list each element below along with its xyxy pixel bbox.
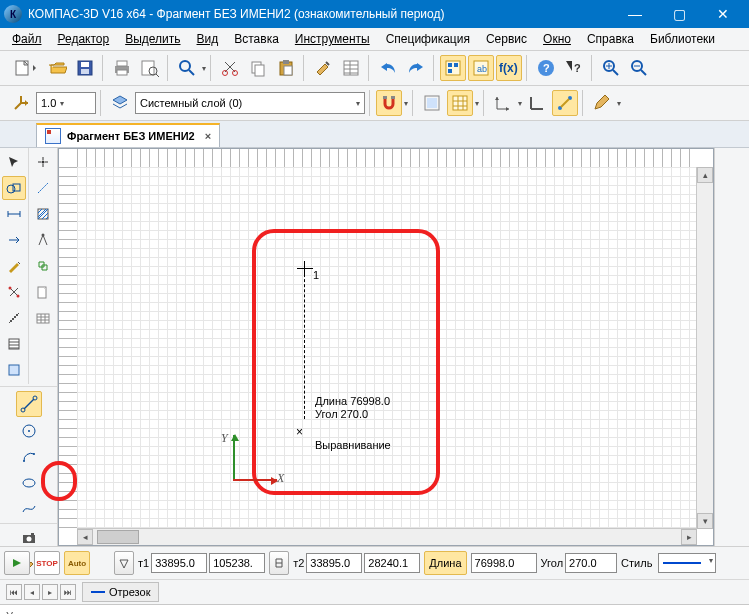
- length-input[interactable]: [471, 553, 537, 573]
- table-tool-icon[interactable]: [31, 306, 55, 330]
- save-button[interactable]: [72, 55, 98, 81]
- sheet-tool-icon[interactable]: [31, 280, 55, 304]
- zoom-in-button[interactable]: [598, 55, 624, 81]
- optab-prev-icon[interactable]: ◂: [24, 584, 40, 600]
- line-under-construction: 1: [304, 269, 305, 419]
- angle-input[interactable]: [565, 553, 617, 573]
- layer-combo[interactable]: Системный слой (0)▾: [135, 92, 365, 114]
- line-segment-tool-icon[interactable]: [16, 391, 42, 417]
- dimensions-panel-icon[interactable]: [2, 202, 26, 226]
- stop-button[interactable]: STOP: [34, 551, 60, 575]
- aux-line-tool-icon[interactable]: [31, 176, 55, 200]
- tab-close-icon[interactable]: ×: [205, 130, 211, 142]
- compass-tool-icon[interactable]: [31, 228, 55, 252]
- spec-panel-icon[interactable]: [2, 332, 26, 356]
- annotations-panel-icon[interactable]: [2, 228, 26, 252]
- window-close-button[interactable]: ✕: [701, 0, 745, 28]
- grid-toggle-button[interactable]: [447, 90, 473, 116]
- undo-button[interactable]: [375, 55, 401, 81]
- library-manager-button[interactable]: [440, 55, 466, 81]
- new-doc-button[interactable]: [8, 55, 42, 81]
- menu-spec[interactable]: Спецификация: [378, 30, 478, 48]
- scroll-left-icon[interactable]: ◂: [77, 529, 93, 545]
- variables-button[interactable]: ab: [468, 55, 494, 81]
- optab-first-icon[interactable]: ⏮: [6, 584, 22, 600]
- cut-button[interactable]: [217, 55, 243, 81]
- document-tab[interactable]: Фрагмент БЕЗ ИМЕНИ2 ×: [36, 123, 220, 147]
- menu-edit[interactable]: Редактор: [50, 30, 118, 48]
- length-label-button[interactable]: Длина: [424, 551, 466, 575]
- open-button[interactable]: [44, 55, 70, 81]
- report-panel-icon[interactable]: [2, 358, 26, 382]
- camera-icon[interactable]: [17, 526, 41, 550]
- t2-x-input[interactable]: [306, 553, 362, 573]
- menubar: Файл Редактор Выделить Вид Вставка Инстр…: [0, 28, 749, 51]
- menu-libraries[interactable]: Библиотеки: [642, 30, 723, 48]
- point-1-label: 1: [313, 269, 319, 281]
- spline-tool-icon[interactable]: [17, 497, 41, 521]
- snap-near-button[interactable]: [552, 90, 578, 116]
- snap-toggle-button[interactable]: [376, 90, 402, 116]
- menu-service[interactable]: Сервис: [478, 30, 535, 48]
- zoom-button[interactable]: [174, 55, 200, 81]
- menu-insert[interactable]: Вставка: [226, 30, 287, 48]
- vertical-scrollbar[interactable]: ▴ ▾: [696, 167, 713, 529]
- scroll-thumb[interactable]: [97, 530, 139, 544]
- window-maximize-button[interactable]: ▢: [657, 0, 701, 28]
- operation-tab[interactable]: Отрезок: [82, 582, 159, 602]
- context-help-button[interactable]: ?: [561, 55, 587, 81]
- t2-y-input[interactable]: [364, 553, 420, 573]
- scroll-down-icon[interactable]: ▾: [697, 513, 713, 529]
- measure-panel-icon[interactable]: [2, 306, 26, 330]
- line-style-combo[interactable]: ▾: [658, 553, 716, 573]
- properties-button[interactable]: [338, 55, 364, 81]
- ellipse-tool-icon[interactable]: [17, 471, 41, 495]
- scroll-right-icon[interactable]: ▸: [681, 529, 697, 545]
- optab-next-icon[interactable]: ▸: [42, 584, 58, 600]
- pointer-tool-icon[interactable]: [2, 150, 26, 174]
- print-preview-button[interactable]: [137, 55, 163, 81]
- ortho-button[interactable]: [524, 90, 550, 116]
- menu-file[interactable]: Файл: [4, 30, 50, 48]
- titlebar: К КОМПАС-3D V16 x64 - Фрагмент БЕЗ ИМЕНИ…: [0, 0, 749, 28]
- menu-view[interactable]: Вид: [189, 30, 227, 48]
- print-button[interactable]: [109, 55, 135, 81]
- optab-last-icon[interactable]: ⏭: [60, 584, 76, 600]
- layers-icon[interactable]: [107, 90, 133, 116]
- window-minimize-button[interactable]: —: [613, 0, 657, 28]
- menu-tools[interactable]: Инструменты: [287, 30, 378, 48]
- menu-select[interactable]: Выделить: [117, 30, 188, 48]
- lock-t1-button[interactable]: [114, 551, 134, 575]
- zoom-out-button[interactable]: [626, 55, 652, 81]
- edit-sketch-button[interactable]: [589, 90, 615, 116]
- drawing-canvas[interactable]: X Y 1 × Длина 76998.0 Угол 270.0 Выравни…: [58, 148, 714, 546]
- auto-button[interactable]: Auto: [64, 551, 90, 575]
- copy-button[interactable]: [245, 55, 271, 81]
- paste-button[interactable]: [273, 55, 299, 81]
- t1-y-input[interactable]: [209, 553, 265, 573]
- help-button[interactable]: ?: [533, 55, 559, 81]
- fx-button[interactable]: f(x): [496, 55, 522, 81]
- brush-button[interactable]: [310, 55, 336, 81]
- point-tool-icon[interactable]: [31, 150, 55, 174]
- scale-combo[interactable]: 1.0▾: [36, 92, 96, 114]
- edit-panel-icon[interactable]: [2, 254, 26, 278]
- copy-tool-icon[interactable]: [31, 254, 55, 278]
- t1-x-input[interactable]: [151, 553, 207, 573]
- svg-rect-47: [37, 314, 49, 323]
- menu-window[interactable]: Окно: [535, 30, 579, 48]
- menu-help[interactable]: Справка: [579, 30, 642, 48]
- lock-t2-button[interactable]: [269, 551, 289, 575]
- local-coords-button[interactable]: [490, 90, 516, 116]
- geometry-panel-icon[interactable]: [2, 176, 26, 200]
- coord-input-button[interactable]: [8, 90, 34, 116]
- hatch-tool-icon[interactable]: [31, 202, 55, 226]
- arc-tool-icon[interactable]: [17, 445, 41, 469]
- horizontal-scrollbar[interactable]: ◂ ▸: [77, 528, 697, 545]
- circle-tool-icon[interactable]: [17, 419, 41, 443]
- params-panel-icon[interactable]: [2, 280, 26, 304]
- scroll-up-icon[interactable]: ▴: [697, 167, 713, 183]
- apply-button[interactable]: [4, 551, 30, 575]
- redo-button[interactable]: [403, 55, 429, 81]
- view-button[interactable]: [419, 90, 445, 116]
